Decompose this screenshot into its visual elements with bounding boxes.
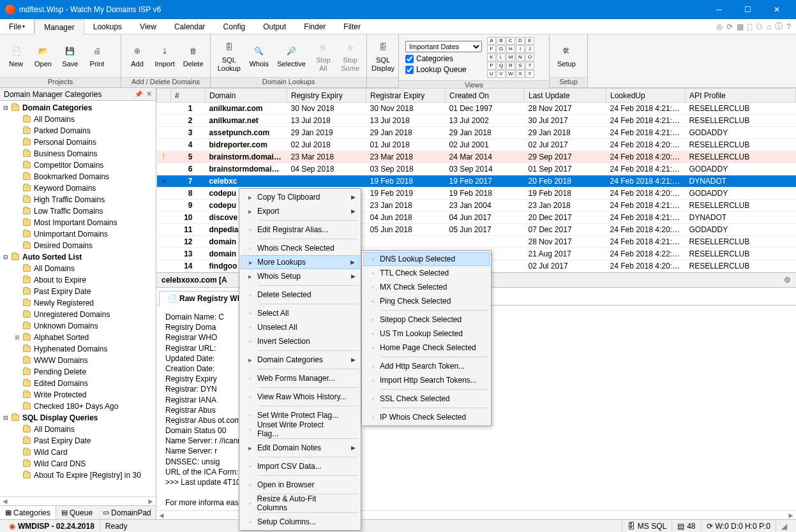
sidebar-tab-categories[interactable]: ▦ Categories: [0, 506, 56, 519]
tree-item[interactable]: All Domains: [1, 424, 154, 435]
lookup-queue-checkbox[interactable]: Lookup Queue: [405, 65, 482, 74]
context-item[interactable]: ▫Unselect All: [241, 320, 359, 334]
context-item[interactable]: ▫IP Whois Check Selected: [363, 410, 490, 424]
menu-file[interactable]: File▾: [0, 19, 34, 34]
tab-raw-whois[interactable]: 📄 Raw Registry Wh: [159, 291, 250, 306]
table-row[interactable]: 4bidreporter.com02 Jul 201801 Jul 201802…: [157, 139, 796, 151]
column-header[interactable]: #: [171, 89, 206, 103]
menu-tab-manager[interactable]: Manager: [34, 20, 84, 34]
stop-some-button[interactable]: ⦸Stop Some: [336, 38, 364, 73]
tree-item[interactable]: All Domains: [1, 114, 154, 125]
tree-item[interactable]: Unimportant Domains: [1, 228, 154, 240]
status-resize-icon[interactable]: ◢: [776, 520, 792, 532]
tree-item[interactable]: Checked 180+ Days Ago: [1, 401, 154, 412]
context-item[interactable]: ▸Edit Domain Notes▶: [241, 441, 359, 455]
context-item[interactable]: ▫Ping Check Selected: [363, 294, 490, 308]
context-menu-main[interactable]: ▸Copy To Clipboard▶▸Export▶▫Edit Registr…: [239, 188, 361, 531]
context-item[interactable]: ▫Edit Registrar Alias...: [241, 223, 359, 237]
print-button[interactable]: 🖨Print: [84, 42, 110, 69]
tree-item[interactable]: Wild Card DNS: [1, 458, 154, 469]
context-item[interactable]: ▫Open in Browser: [241, 478, 359, 492]
hscroll-right-icon[interactable]: ►: [787, 511, 795, 520]
save-button[interactable]: 💾Save: [57, 42, 84, 69]
import-button[interactable]: ⤓Import: [151, 42, 179, 69]
context-item[interactable]: ▫SSL Check Selected: [363, 392, 490, 406]
tree-item[interactable]: Bookmarked Domains: [1, 171, 154, 182]
tree-item[interactable]: Write Protected: [1, 389, 154, 401]
tree-item[interactable]: Newly Registered: [1, 297, 154, 309]
context-item[interactable]: ▫Sitepop Check Selected: [363, 313, 490, 327]
context-menu-more-lookups[interactable]: ▫DNS Lookup Selected▫TTL Check Selected▫…: [361, 250, 492, 426]
people-icon[interactable]: ⚇: [756, 22, 763, 31]
grid-icon[interactable]: ▦: [737, 22, 744, 31]
context-item[interactable]: ▸Domain Categories▶: [241, 353, 359, 367]
home-icon[interactable]: ⌂: [767, 22, 771, 31]
tree-item[interactable]: Personal Domains: [1, 137, 154, 148]
gear-icon[interactable]: ⚙: [784, 276, 791, 284]
context-item[interactable]: ▫Whois Check Selected: [241, 241, 359, 255]
menu-tab-view[interactable]: View: [131, 19, 165, 34]
context-item[interactable]: ▸Export▶: [241, 204, 359, 218]
table-row[interactable]: 2anilkumar.net13 Jul 201813 Jul 201813 J…: [157, 115, 796, 127]
column-header[interactable]: Domain: [206, 89, 287, 103]
menu-tab-output[interactable]: Output: [254, 19, 295, 34]
tree-item[interactable]: Pending Delete: [1, 366, 154, 378]
context-item[interactable]: ▫DNS Lookup Selected: [363, 252, 490, 266]
tree-item[interactable]: Keyword Domains: [1, 182, 154, 194]
tree-item[interactable]: Most Important Domains: [1, 217, 154, 228]
menu-tab-calendar[interactable]: Calendar: [165, 19, 214, 34]
tree-root[interactable]: ⊟SQL Display Queries: [1, 412, 154, 424]
open-button[interactable]: 📂Open: [29, 42, 57, 69]
context-item[interactable]: ▫Setup Columns...: [241, 515, 359, 529]
sidebar-close-icon[interactable]: ✕: [146, 90, 152, 98]
column-header[interactable]: Registrar Expiry: [366, 89, 446, 103]
context-item[interactable]: ▸Copy To Clipboard▶: [241, 190, 359, 204]
scroll-right-icon[interactable]: ►: [147, 497, 154, 506]
setup-button[interactable]: 🛠Setup: [552, 42, 581, 69]
globe-icon[interactable]: ◎: [716, 22, 723, 31]
tree-item[interactable]: Unknown Domains: [1, 320, 154, 332]
add-button[interactable]: ⊕Add: [124, 42, 151, 69]
gift-icon[interactable]: ⎕: [747, 22, 752, 31]
column-header[interactable]: Last Update: [525, 89, 606, 103]
context-item[interactable]: ▫Delete Selected: [241, 288, 359, 302]
whois-button[interactable]: 🔍Whois: [245, 42, 273, 69]
close-button[interactable]: ✕: [762, 0, 791, 19]
menu-tab-filter[interactable]: Filter: [334, 19, 370, 34]
menu-tab-lookups[interactable]: Lookups: [84, 19, 131, 34]
context-item[interactable]: ▫Resize & Auto-Fit Columns: [241, 496, 359, 510]
tree-item[interactable]: Past Expiry Date: [1, 286, 154, 297]
tree-item[interactable]: Wild Card: [1, 447, 154, 458]
new-button[interactable]: 📄New: [3, 42, 29, 69]
context-item[interactable]: ▸More Lookups▶: [241, 255, 359, 269]
context-item[interactable]: ▫MX Check Selected: [363, 280, 490, 294]
hscroll-left-icon[interactable]: ◄: [158, 511, 165, 520]
context-item[interactable]: ▫Home Page Check Selected: [363, 341, 490, 355]
pin-icon[interactable]: 📌: [135, 91, 142, 98]
help-icon[interactable]: ?: [786, 22, 791, 31]
refresh-icon[interactable]: ⟳: [726, 22, 733, 31]
context-item[interactable]: ▫Invert Selection: [241, 334, 359, 348]
table-row[interactable]: ■7celebxc19 Feb 201819 Feb 201720 Feb 20…: [157, 175, 796, 188]
tree-item[interactable]: Business Domains: [1, 148, 154, 159]
tree-root[interactable]: ⊟Auto Sorted List: [1, 251, 154, 263]
context-item[interactable]: ▫Add Http Search Token...: [363, 359, 490, 373]
sql-display-button[interactable]: 🗄SQL Display: [370, 38, 396, 73]
context-item[interactable]: ▫TTL Check Selected: [363, 266, 490, 280]
context-item[interactable]: ▫View Raw Whois History...: [241, 390, 359, 404]
column-header[interactable]: Registry Expiry: [287, 89, 366, 103]
tree-item[interactable]: Competitor Domains: [1, 159, 154, 171]
maximize-button[interactable]: ☐: [733, 0, 762, 19]
context-item[interactable]: ▫Import CSV Data...: [241, 459, 359, 473]
context-item[interactable]: ▫US Tm Lookup Selected: [363, 327, 490, 341]
tree-item[interactable]: Parked Domains: [1, 125, 154, 137]
delete-button[interactable]: 🗑Delete: [179, 42, 207, 69]
tree-item[interactable]: Past Expiry Date: [1, 435, 154, 447]
views-dropdown[interactable]: Important Dates: [405, 41, 482, 52]
table-row[interactable]: 6brainstormdomain…04 Sep 201803 Sep 2018…: [157, 163, 796, 175]
tree-item[interactable]: Unregistered Domains: [1, 309, 154, 320]
menu-tab-finder[interactable]: Finder: [295, 19, 334, 34]
sidebar-tab-domainpad[interactable]: ▭ DomainPad: [98, 506, 156, 519]
tree-item[interactable]: About To Expire [Registry] in 30: [1, 469, 154, 481]
tree-item[interactable]: About to Expire: [1, 274, 154, 286]
